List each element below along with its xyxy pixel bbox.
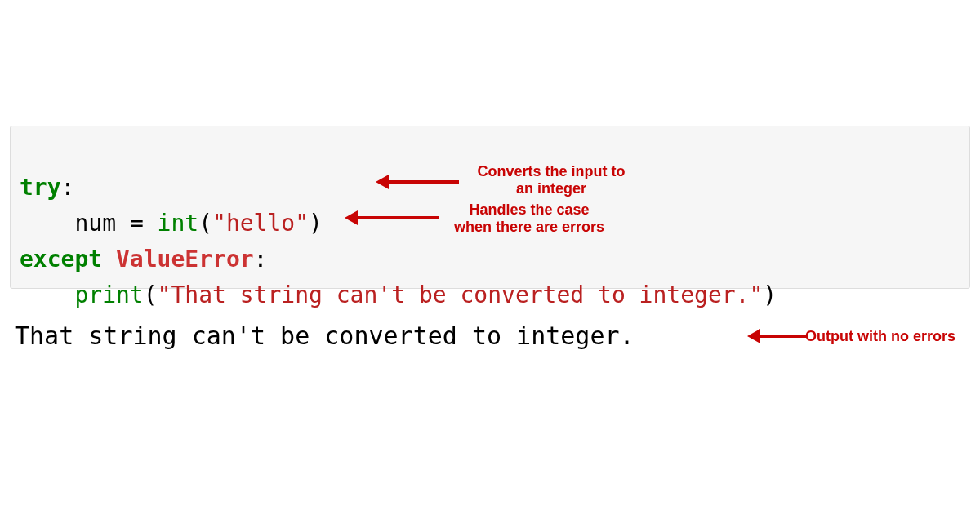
keyword-try: try <box>20 174 61 201</box>
lparen: ( <box>198 210 212 237</box>
arrow-head-icon <box>747 329 760 343</box>
arrow-head-icon <box>345 210 358 225</box>
equals: = <box>130 210 158 237</box>
annotation-output: Output with no errors <box>805 328 977 345</box>
rparen: ) <box>763 281 777 308</box>
keyword-except: except <box>20 246 102 273</box>
variable: num <box>74 210 129 237</box>
lparen: ( <box>144 281 158 308</box>
annotation-arrow-handles <box>345 210 439 225</box>
space <box>102 246 116 273</box>
builtin-print: print <box>74 281 143 308</box>
arrow-shaft <box>358 216 439 219</box>
arrow-head-icon <box>376 175 389 189</box>
rparen: ) <box>309 210 323 237</box>
arrow-shaft <box>760 335 808 338</box>
string-msg: "That string can't be converted to integ… <box>158 281 764 308</box>
indent <box>20 210 74 237</box>
annotation-arrow-output <box>747 329 808 343</box>
annotation-handles: Handles the case when there are errors <box>439 202 619 236</box>
program-output: That string can't be converted to intege… <box>15 321 635 350</box>
annotation-arrow-convert <box>376 175 459 189</box>
builtin-int: int <box>158 210 199 237</box>
arrow-shaft <box>389 180 459 184</box>
colon: : <box>61 174 75 201</box>
colon: : <box>254 246 268 273</box>
annotation-convert: Converts the input to an integer <box>466 163 637 197</box>
error-class: ValueError <box>116 246 254 273</box>
string-hello: "hello" <box>212 210 309 237</box>
indent <box>20 281 74 308</box>
